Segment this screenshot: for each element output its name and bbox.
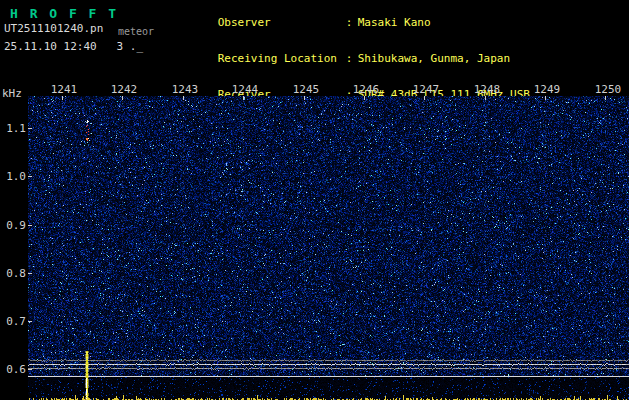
freq-tick-label: 1.0 bbox=[2, 170, 26, 183]
spectrogram-canvas bbox=[28, 96, 629, 400]
time-tick-label: 1249 bbox=[532, 83, 562, 96]
info-colon: : bbox=[346, 17, 358, 29]
time-tick-label: 1244 bbox=[230, 83, 260, 96]
time-tick-label: 1247 bbox=[411, 83, 441, 96]
info-row-observer: Observer:Masaki Kano bbox=[178, 5, 563, 41]
info-row-location: Receiving Location:Shibukawa, Gunma, Jap… bbox=[178, 41, 563, 77]
info-label: Observer bbox=[218, 17, 346, 29]
output-filename: UT2511101240.pn bbox=[4, 22, 103, 35]
freq-axis-unit: kHz bbox=[2, 87, 22, 100]
time-tick-label: 1248 bbox=[472, 83, 502, 96]
time-tick-label: 1250 bbox=[593, 83, 623, 96]
datetime-counter: 25.11.10 12:40 3 ._ bbox=[4, 40, 143, 53]
info-label: Receiving Location bbox=[218, 53, 346, 65]
freq-tick-label: 0.8 bbox=[2, 267, 26, 280]
info-colon: : bbox=[346, 53, 358, 65]
time-tick-label: 1246 bbox=[351, 83, 381, 96]
app-logo: H R O F F T bbox=[10, 6, 118, 21]
freq-tick-label: 0.6 bbox=[2, 363, 26, 376]
time-tick-label: 1241 bbox=[49, 83, 79, 96]
time-tick-label: 1243 bbox=[170, 83, 200, 96]
info-value: Masaki Kano bbox=[358, 16, 431, 29]
time-tick-label: 1242 bbox=[109, 83, 139, 96]
station-tag: meteor bbox=[118, 26, 154, 37]
time-tick-label: 1245 bbox=[291, 83, 321, 96]
freq-tick-label: 1.1 bbox=[2, 122, 26, 135]
info-value: Shibukawa, Gunma, Japan bbox=[358, 52, 510, 65]
freq-tick-label: 0.9 bbox=[2, 219, 26, 232]
hrofft-screen: H R O F F T UT2511101240.pn meteor 25.11… bbox=[0, 0, 629, 400]
freq-tick-label: 0.7 bbox=[2, 315, 26, 328]
